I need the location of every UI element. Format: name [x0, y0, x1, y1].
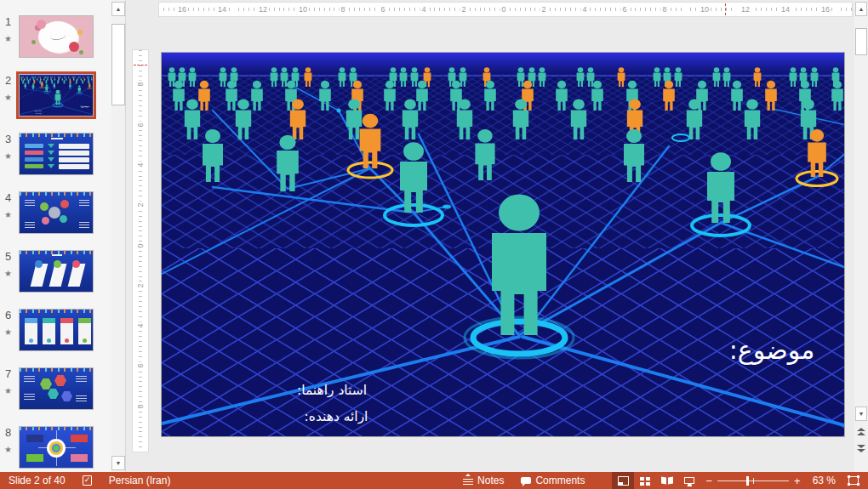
spellcheck-button[interactable] — [74, 472, 100, 489]
network-illustration — [162, 53, 844, 436]
slideshow-button[interactable] — [678, 472, 700, 489]
ruler-label: 4 — [580, 5, 588, 14]
zoom-in-button[interactable]: + — [789, 475, 806, 487]
scroll-up-icon: ▲ — [116, 6, 122, 12]
slide-thumbnail[interactable] — [19, 133, 94, 175]
notes-button[interactable]: Notes — [454, 472, 512, 489]
ruler-label: 2 — [136, 201, 145, 208]
powerpoint-window: موضوع: استاد راهنما: ارائه دهنده: 1 ★ 2 … — [0, 0, 868, 489]
animation-star-icon: ★ — [4, 269, 12, 278]
slide-thumbnail[interactable] — [19, 250, 94, 293]
thumbnail-slide-3[interactable]: 3 ★ — [0, 133, 126, 184]
slide-thumbnail-selected[interactable] — [19, 74, 94, 117]
reading-view-button[interactable] — [656, 472, 678, 489]
ruler-label: 10 — [297, 5, 309, 14]
ruler-label: 12 — [257, 5, 269, 14]
spellcheck-icon — [83, 475, 92, 486]
slide-number: 8 — [5, 426, 11, 439]
slide-thumbnail[interactable] — [19, 191, 94, 234]
zoom-slider[interactable] — [717, 472, 789, 489]
animation-star-icon: ★ — [4, 93, 12, 102]
status-bar: Slide 2 of 40 Persian (Iran) Notes Comme… — [0, 472, 868, 489]
zoom-percentage[interactable]: 63 % — [806, 475, 842, 486]
animation-star-icon: ★ — [4, 151, 12, 161]
ruler-label: 14 — [216, 5, 228, 14]
fit-window-button[interactable] — [842, 472, 865, 489]
slide-number: 4 — [5, 191, 11, 204]
ruler-label: 0 — [136, 242, 145, 249]
slide-number: 3 — [5, 133, 11, 145]
ruler-label: 0 — [500, 5, 507, 14]
scrollbar-thumb[interactable] — [855, 28, 867, 55]
thumbnail-slide-6[interactable]: 6 ★ — [0, 309, 126, 360]
ruler-label: 8 — [339, 5, 346, 14]
normal-view-icon — [618, 476, 629, 486]
thumbnail-slide-7[interactable]: 7 ★ — [0, 367, 126, 418]
ruler-label: 2 — [136, 281, 145, 289]
thumbnail-scroll-down-button[interactable]: ▼ — [111, 456, 125, 470]
scroll-down-icon: ▼ — [859, 411, 865, 417]
zoom-out-button[interactable]: − — [700, 475, 717, 487]
ruler-label: 4 — [136, 321, 145, 329]
comments-icon — [521, 477, 531, 484]
thumbnail-scroll-up-button[interactable]: ▲ — [111, 2, 125, 16]
ruler-label: 4 — [420, 5, 427, 14]
next-slide-button[interactable] — [855, 444, 867, 456]
ruler-label: 12 — [740, 5, 751, 14]
ruler-label: 8 — [136, 402, 145, 410]
ruler-label: 6 — [379, 5, 386, 14]
main-scrollbar[interactable]: ▲ ▼ — [854, 0, 868, 472]
slide-sorter-button[interactable] — [634, 472, 656, 489]
scroll-down-icon: ▼ — [116, 460, 122, 466]
reading-view-icon — [661, 476, 673, 485]
animation-star-icon: ★ — [4, 327, 12, 337]
slide-counter[interactable]: Slide 2 of 40 — [0, 472, 74, 489]
animation-star-icon: ★ — [4, 445, 12, 454]
previous-slide-button[interactable] — [855, 427, 867, 439]
slide-number: 1 — [5, 15, 11, 28]
scroll-up-icon: ▲ — [859, 6, 865, 12]
slide-thumbnail-panel: 1 ★ 2 ★ 3 ★ — [0, 0, 126, 472]
animation-star-icon: ★ — [4, 386, 12, 395]
ruler-cursor-marker — [725, 3, 726, 15]
thumbnail-slide-8[interactable]: 8 ★ — [0, 426, 126, 477]
slide-thumbnail[interactable] — [19, 367, 94, 410]
slide-number: 2 — [5, 74, 11, 87]
ruler-label: 16 — [819, 5, 831, 14]
language-status[interactable]: Persian (Iran) — [100, 472, 180, 489]
ruler-label: 6 — [136, 361, 145, 369]
ruler-label: 10 — [699, 5, 711, 14]
thumbnail-slide-4[interactable]: 4 ★ — [0, 191, 126, 242]
ruler-label: 2 — [540, 5, 547, 14]
ruler-label: 4 — [136, 161, 145, 168]
animation-star-icon: ★ — [4, 34, 12, 43]
thumbnail-slide-2[interactable]: 2 ★ — [0, 74, 126, 125]
ruler-label: 14 — [779, 5, 791, 14]
slideshow-icon — [684, 477, 694, 484]
slide-thumbnail[interactable] — [19, 15, 94, 58]
slide-sorter-icon — [640, 476, 650, 486]
animation-star-icon: ★ — [4, 210, 12, 219]
ruler-label: 16 — [176, 5, 188, 14]
zoom-slider-thumb[interactable] — [746, 476, 749, 486]
slide-thumbnail[interactable] — [19, 426, 94, 469]
fit-window-icon — [848, 476, 859, 485]
horizontal-ruler: 16 14 12 10 8 6 4 2 0 2 4 6 8 10 12 14 1… — [158, 2, 853, 17]
scroll-down-button[interactable]: ▼ — [855, 407, 867, 421]
ruler-label: 6 — [620, 5, 628, 14]
slide-number: 5 — [5, 250, 11, 263]
thumbnail-scrollbar-thumb[interactable] — [111, 24, 125, 105]
thumbnail-slide-5[interactable]: 5 ★ — [0, 250, 126, 301]
slide-number: 7 — [5, 367, 11, 380]
normal-view-button[interactable] — [612, 472, 634, 489]
vertical-ruler: 8 6 4 2 0 2 4 6 8 — [132, 49, 149, 452]
scroll-up-button[interactable]: ▲ — [855, 2, 867, 16]
ruler-label: 8 — [136, 80, 145, 88]
slide-number: 6 — [5, 309, 11, 321]
slide-canvas[interactable] — [162, 53, 844, 436]
comments-button[interactable]: Comments — [512, 472, 593, 489]
zoom-slider-center-tick — [753, 478, 754, 484]
thumbnail-slide-1[interactable]: 1 ★ — [0, 15, 126, 66]
ruler-label: 6 — [136, 121, 145, 128]
slide-thumbnail[interactable] — [19, 309, 94, 351]
